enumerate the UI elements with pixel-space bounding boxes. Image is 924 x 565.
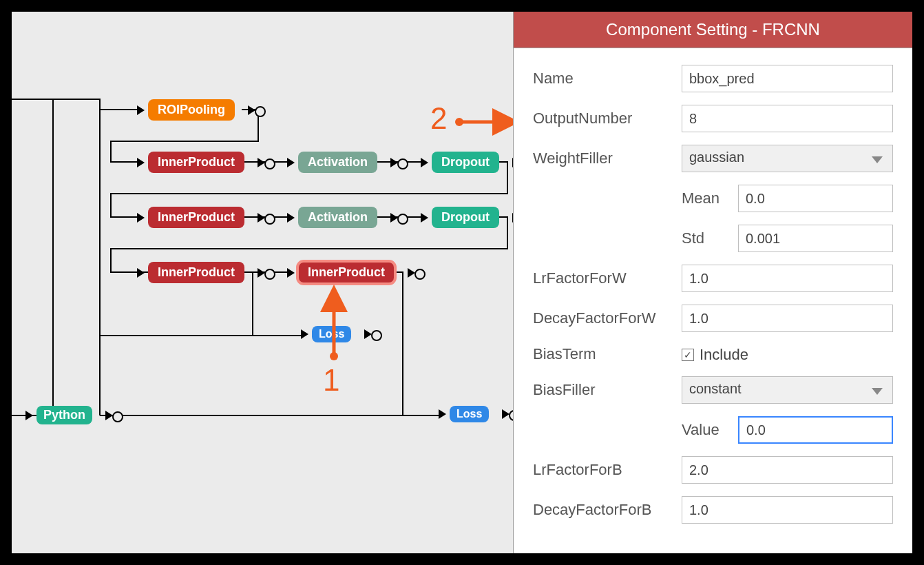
input-outputnumber[interactable] <box>682 105 893 132</box>
label-mean: Mean <box>682 189 727 207</box>
label-biasvalue: Value <box>682 421 727 439</box>
panel-title: Component Setting - FRCNN <box>514 12 912 48</box>
input-lrb[interactable] <box>682 456 893 484</box>
checkbox-biasterm-label: Include <box>700 346 748 364</box>
row-mean: Mean <box>682 185 893 212</box>
row-name: Name <box>533 65 893 92</box>
row-lrb: LrFactorForB <box>533 456 893 484</box>
label-decayw: DecayFactorForW <box>533 309 671 327</box>
select-weightfiller-value: gaussian <box>689 150 744 165</box>
label-biasfiller: BiasFiller <box>533 381 671 399</box>
app-frame: ROIPooling InnerProduct Activation Dropo… <box>10 10 914 555</box>
input-biasvalue[interactable] <box>738 416 893 444</box>
label-lrw: LrFactorForW <box>533 269 671 287</box>
panel-body: Name OutputNumber WeightFiller gaussian … <box>514 48 912 537</box>
label-decayb: DecayFactorForB <box>533 501 671 519</box>
label-name: Name <box>533 70 671 88</box>
label-biasterm: BiasTerm <box>533 345 671 363</box>
annotation-layer <box>12 12 514 553</box>
row-biasfiller: BiasFiller constant <box>533 376 893 404</box>
row-biasvalue: Value <box>682 416 893 444</box>
checkbox-biasterm[interactable]: ✓ Include <box>682 346 748 364</box>
svg-point-3 <box>455 118 463 126</box>
input-lrw[interactable] <box>682 265 893 292</box>
label-lrb: LrFactorForB <box>533 461 671 479</box>
input-decayw[interactable] <box>682 305 893 332</box>
annotation-2: 2 <box>430 101 447 136</box>
property-panel: Component Setting - FRCNN Name OutputNum… <box>513 12 912 553</box>
row-weightfiller: WeightFiller gaussian <box>533 145 893 172</box>
input-mean[interactable] <box>738 185 893 212</box>
row-decayb: DecayFactorForB <box>533 496 893 524</box>
annotation-1: 1 <box>323 363 339 398</box>
label-weightfiller: WeightFiller <box>533 150 671 167</box>
svg-point-1 <box>330 352 338 360</box>
row-std: Std <box>682 225 893 252</box>
label-outputnumber: OutputNumber <box>533 110 671 127</box>
label-std: Std <box>682 229 727 247</box>
input-name[interactable] <box>682 65 893 92</box>
row-biasterm: BiasTerm ✓ Include <box>533 345 893 364</box>
input-std[interactable] <box>738 225 893 252</box>
select-biasfiller[interactable]: constant <box>682 376 893 404</box>
select-weightfiller[interactable]: gaussian <box>682 145 893 172</box>
input-decayb[interactable] <box>682 496 893 524</box>
select-biasfiller-value: constant <box>689 381 742 396</box>
graph-canvas[interactable]: ROIPooling InnerProduct Activation Dropo… <box>12 12 514 553</box>
row-lrw: LrFactorForW <box>533 265 893 292</box>
row-decayw: DecayFactorForW <box>533 305 893 332</box>
row-outputnumber: OutputNumber <box>533 105 893 132</box>
check-icon: ✓ <box>682 349 694 361</box>
